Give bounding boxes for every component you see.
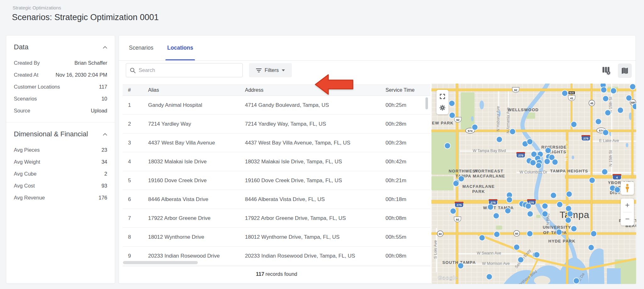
location-marker[interactable] — [530, 160, 536, 166]
location-marker[interactable] — [562, 90, 568, 96]
location-marker[interactable] — [589, 177, 595, 183]
location-marker[interactable] — [552, 159, 558, 165]
location-marker[interactable] — [494, 232, 500, 237]
location-marker[interactable] — [534, 252, 540, 258]
location-marker[interactable] — [453, 181, 459, 187]
street-label: N 15th St — [608, 150, 613, 166]
location-marker[interactable] — [450, 208, 456, 214]
location-marker[interactable] — [449, 101, 455, 106]
location-marker[interactable] — [596, 119, 602, 125]
location-marker[interactable] — [449, 112, 455, 118]
location-marker[interactable] — [603, 96, 609, 102]
location-marker[interactable] — [591, 231, 597, 237]
alias-cell: 18012 Wynthorne Drive — [148, 234, 245, 240]
location-marker[interactable] — [605, 110, 611, 116]
map[interactable]: N Habana AveN Armenia AveW Tampa Bay Blv… — [431, 84, 636, 284]
map-zoom-control: + − — [621, 199, 634, 226]
table-row[interactable]: 418032 Malakai Isle Drive18032 Malakai I… — [123, 152, 430, 171]
alias-cell: 19160 Dove Creek Drive — [148, 177, 245, 184]
location-marker[interactable] — [571, 122, 577, 128]
location-marker[interactable] — [588, 245, 594, 251]
service-time-cell: 00h:42m — [386, 159, 430, 165]
search-input[interactable] — [139, 67, 239, 73]
location-marker[interactable] — [458, 263, 464, 269]
column-header[interactable]: Service Time — [386, 87, 430, 93]
location-marker[interactable] — [536, 163, 542, 169]
location-marker[interactable] — [510, 129, 516, 135]
table-row[interactable]: 1Gandy Animal Hospital4714 Gandy Bouleva… — [123, 96, 430, 115]
table-row[interactable]: 34437 West Bay Villa Avenue4437 West Bay… — [123, 134, 430, 152]
pegman-button[interactable] — [621, 182, 634, 195]
column-header[interactable]: Alias — [148, 87, 245, 93]
location-marker[interactable] — [527, 139, 533, 145]
fullscreen-button[interactable] — [438, 92, 447, 101]
location-marker[interactable] — [626, 95, 632, 101]
vertical-scrollbar[interactable] — [425, 97, 428, 109]
location-marker[interactable] — [527, 231, 533, 237]
location-marker[interactable] — [545, 148, 551, 154]
location-marker[interactable] — [556, 229, 562, 235]
chevron-up-icon[interactable] — [103, 46, 107, 49]
location-marker[interactable] — [632, 104, 636, 110]
location-marker[interactable] — [603, 130, 609, 136]
info-value: 2 — [104, 171, 107, 177]
svg-text:275: 275 — [518, 154, 524, 157]
table-row[interactable]: 519160 Dove Creek Drive19160 Dove Creek … — [123, 171, 430, 190]
table-row[interactable]: 27214 Yardley Way7214 Yardley Way, Tampa… — [123, 115, 430, 134]
location-marker[interactable] — [571, 226, 577, 232]
location-marker[interactable] — [611, 88, 617, 94]
location-marker[interactable] — [566, 191, 572, 197]
filters-button[interactable]: Filters — [249, 63, 292, 77]
location-marker[interactable] — [472, 124, 478, 130]
zoom-in-button[interactable]: + — [621, 199, 634, 212]
horizontal-scrollbar[interactable] — [123, 261, 198, 264]
location-marker[interactable] — [527, 211, 533, 217]
breadcrumb[interactable]: Strategic Optimizations — [13, 5, 61, 10]
street-label: W Columbus Dr — [519, 170, 547, 174]
location-marker[interactable] — [542, 211, 548, 217]
location-marker[interactable] — [507, 197, 513, 203]
column-header[interactable]: Address — [245, 87, 386, 93]
zoom-out-button[interactable]: − — [621, 212, 634, 226]
location-marker[interactable] — [514, 244, 520, 250]
map-settings-button[interactable] — [438, 104, 447, 112]
tab-locations[interactable]: Locations — [167, 35, 193, 60]
address-cell: 17922 Arbor Greene Drive, Tampa, FL, US — [245, 215, 386, 221]
data-panel-rows: Created By Brian SchafferCreated At Nov … — [14, 57, 107, 117]
info-value: 176 — [98, 195, 107, 201]
location-marker[interactable] — [525, 203, 531, 209]
street-label: S Lois Ave — [433, 240, 438, 259]
location-marker[interactable] — [557, 202, 563, 208]
location-marker[interactable] — [542, 203, 548, 209]
location-marker[interactable] — [544, 159, 550, 165]
location-marker[interactable] — [551, 193, 557, 199]
location-marker[interactable] — [565, 217, 571, 223]
column-settings-button[interactable] — [600, 63, 613, 78]
location-marker[interactable] — [488, 204, 494, 210]
location-marker[interactable] — [486, 274, 492, 280]
tab-scenarios[interactable]: Scenarios — [129, 35, 153, 60]
location-marker[interactable] — [505, 208, 511, 214]
location-marker[interactable] — [601, 87, 607, 93]
table-row[interactable]: 818012 Wynthorne Drive18012 Wynthorne Dr… — [123, 228, 430, 247]
location-marker[interactable] — [618, 107, 624, 113]
location-marker[interactable] — [445, 143, 451, 149]
column-header[interactable]: # — [128, 87, 148, 93]
table-row[interactable]: 68446 Alberata Vista Drive8446 Alberata … — [123, 190, 430, 209]
table-row[interactable]: 717922 Arbor Greene Drive17922 Arbor Gre… — [123, 209, 430, 228]
map-view-button[interactable] — [618, 63, 632, 78]
location-marker[interactable] — [493, 213, 499, 219]
chevron-up-icon[interactable] — [103, 133, 107, 136]
location-marker[interactable] — [602, 169, 608, 175]
street-label: W Morrison Ave — [482, 261, 510, 266]
location-marker[interactable] — [614, 187, 620, 193]
info-value: 34 — [102, 159, 107, 165]
location-marker[interactable] — [497, 137, 502, 143]
location-marker[interactable] — [574, 278, 580, 284]
location-marker[interactable] — [479, 235, 485, 241]
location-marker[interactable] — [630, 84, 636, 90]
info-row: Avg Cost 93 — [14, 180, 107, 192]
street-label: E Lake Ave — [599, 139, 619, 143]
location-marker[interactable] — [567, 211, 573, 217]
location-marker[interactable] — [518, 257, 524, 263]
